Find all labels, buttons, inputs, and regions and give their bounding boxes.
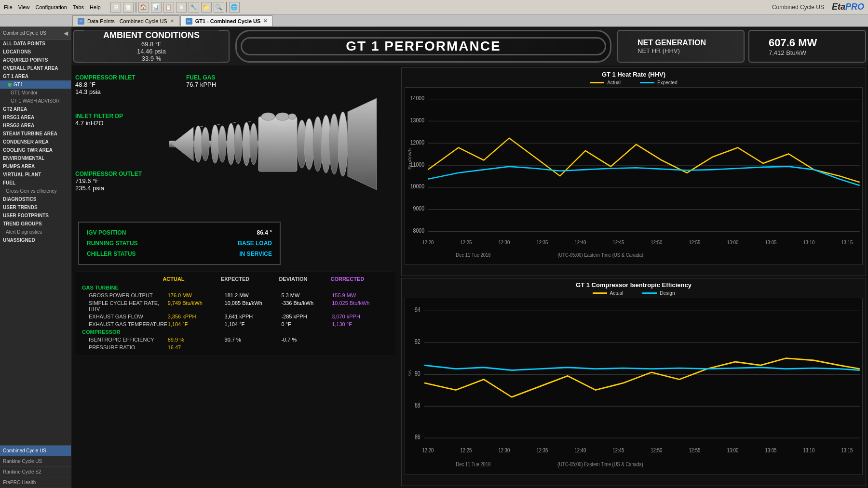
svg-text:12:45: 12:45 (613, 239, 624, 245)
sidebar-item-alerts[interactable]: Alert Diagnostics (0, 228, 71, 236)
sidebar-item-diagnostics-label: DIAGNOSTICS (3, 197, 36, 202)
legend-expected-line (640, 82, 654, 83)
menu-help[interactable]: Help (90, 4, 101, 10)
th-name (82, 276, 163, 282)
sidebar-item-trendgroups[interactable]: TREND GROUPS (0, 220, 71, 228)
svg-text:13:15: 13:15 (841, 239, 853, 245)
sidebar-item-cooling[interactable]: COOLING TWR AREA (0, 146, 71, 154)
td-pressure-ratio-name: PRESSURE RATIO (89, 344, 168, 350)
sidebar-item-all-data-points-label: ALL DATA POINTS (3, 41, 45, 46)
running-value: BASE LOAD (238, 240, 272, 247)
svg-text:12:25: 12:25 (461, 239, 472, 245)
tb-icon-2[interactable]: ▦ (123, 2, 134, 13)
sidebar-item-gt1-label: GT1 (14, 82, 23, 87)
sidebar-item-gt1area[interactable]: GT 1 AREA (0, 72, 71, 80)
sidebar-item-environmental[interactable]: ENVIRONMENTAL (0, 154, 71, 162)
svg-point-19 (338, 112, 348, 176)
svg-point-9 (250, 123, 258, 165)
data-table: ACTUAL EXPECTED DEVIATION CORRECTED GAS … (75, 272, 395, 355)
sidebar-item-gt2area[interactable]: GT2 AREA (0, 105, 71, 113)
svg-text:90: 90 (415, 369, 420, 377)
sidebar-item-pumps[interactable]: PUMPS AREA (0, 162, 71, 171)
svg-text:92: 92 (415, 337, 420, 345)
tb-icon-9[interactable]: 🔍 (214, 2, 224, 13)
th-expected: EXPECTED (221, 276, 279, 282)
sidebar-item-locations-label: LOCATIONS (3, 49, 31, 54)
td-isentropic-name: ISENTROPIC EFFICIENCY (89, 337, 168, 343)
svg-line-23 (231, 122, 236, 123)
tb-icon-1[interactable]: ⊞ (110, 2, 121, 13)
svg-point-7 (234, 124, 242, 164)
tb-icon-5[interactable]: 📋 (163, 2, 174, 13)
svg-text:13:05: 13:05 (765, 447, 777, 453)
svg-text:12:35: 12:35 (537, 447, 548, 453)
sidebar-item-gt1wash[interactable]: GT 1 WASH ADVISOR (0, 97, 71, 105)
table-row-pressure-ratio: PRESSURE RATIO 16.47 (79, 343, 392, 351)
th-actual: ACTUAL (163, 276, 221, 282)
igv-value: 86.4 ° (257, 229, 272, 236)
svg-text:94: 94 (415, 305, 420, 314)
sidebar-bottom-ccus[interactable]: Combined Cycle US (0, 446, 71, 456)
svg-text:13:05: 13:05 (765, 239, 777, 245)
sidebar-item-hrsg1[interactable]: HRSG1 AREA (0, 113, 71, 121)
sidebar-item-gt1[interactable]: GT1 (0, 80, 71, 89)
tb-icon-10[interactable]: 🌐 (229, 2, 240, 13)
menu-file[interactable]: File (4, 4, 13, 10)
sidebar-item-virtual[interactable]: VIRTUAL PLANT (0, 171, 71, 179)
td-pressure-ratio-expected (225, 344, 282, 350)
svg-text:9000: 9000 (413, 205, 425, 212)
sidebar-item-usertrends[interactable]: USER TRENDS (0, 203, 71, 211)
isentropic-legend: Actual Design (405, 290, 863, 296)
th-deviation: DEVIATION (279, 276, 330, 282)
tab-gt1[interactable]: G GT1 - Combined Cycle US ✕ (180, 15, 273, 26)
sidebar-item-condenser[interactable]: CONDENSER AREA (0, 138, 71, 146)
tab-gt1-close[interactable]: ✕ (263, 18, 267, 24)
turbine-svg (164, 84, 381, 204)
sidebar-item-locations[interactable]: LOCATIONS (0, 48, 71, 56)
netgen-sublabel: NET HR (HHV) (628, 47, 734, 54)
sidebar-item-steam-label: STEAM TURBINE AREA (3, 131, 57, 136)
td-heat-rate-deviation: -336 Btu/kWh (281, 300, 332, 312)
sidebar-bottom-rankine[interactable]: Rankine Cycle US (0, 456, 71, 467)
iso-legend-actual-label: Actual (610, 290, 624, 296)
svg-text:(UTC-05:00) Eastern Time (US &: (UTC-05:00) Eastern Time (US & Canada) (557, 251, 643, 258)
table-row-exhaust-temp: EXHAUST GAS TEMPERATURE 1,104 °F 1,104 °… (79, 320, 392, 328)
sidebar-item-fuel[interactable]: FUEL (0, 179, 71, 187)
sidebar-item-gt1wash-label: GT 1 WASH ADVISOR (11, 98, 60, 104)
menu-config[interactable]: Configuration (35, 4, 67, 10)
sidebar-item-usertrends-label: USER TRENDS (3, 205, 38, 210)
svg-text:13:15: 13:15 (841, 447, 853, 453)
sidebar-item-overall[interactable]: OVERALL PLANT AREA (0, 64, 71, 72)
sidebar-item-all-data-points[interactable]: ALL DATA POINTS (0, 40, 71, 48)
sidebar-item-diagnostics[interactable]: DIAGNOSTICS (0, 195, 71, 203)
tb-icon-4[interactable]: 📊 (151, 2, 162, 13)
svg-point-11 (261, 113, 275, 120)
svg-text:12:20: 12:20 (422, 239, 434, 245)
sidebar-bottom-etapro[interactable]: EtaPRO Health (0, 477, 71, 488)
heat-rate-chart: GT 1 Heat Rate (HHV) Actual Expected (401, 67, 866, 276)
sidebar-item-cooling-label: COOLING TWR AREA (3, 147, 53, 153)
toolbar-icons: ⊞ ▦ 🏠 📊 📋 🖥 🔧 📁 🔍 🌐 (110, 2, 240, 13)
tab-datapoints-close[interactable]: ✕ (170, 18, 174, 24)
menu-view[interactable]: View (18, 4, 30, 10)
tb-icon-3[interactable]: 🏠 (138, 2, 149, 13)
chiller-row: CHILLER STATUS IN SERVICE (87, 249, 272, 259)
tb-icon-8[interactable]: 📁 (201, 2, 212, 13)
tb-icon-7[interactable]: 🔧 (189, 2, 199, 13)
sidebar-item-footprints[interactable]: USER FOOTPRINTS (0, 211, 71, 220)
tab-datapoints[interactable]: D Data Points - Combined Cycle US ✕ (72, 15, 179, 26)
sidebar-collapse-icon[interactable]: ◀ (64, 30, 68, 37)
sidebar-item-acquired[interactable]: ACQUIRED POINTS (0, 56, 71, 64)
sidebar-item-steam[interactable]: STEAM TURBINE AREA (0, 130, 71, 138)
sidebar-bottom-rankines2[interactable]: Rankine Cycle S2 (0, 467, 71, 477)
td-isentropic-actual: 89.9 % (168, 337, 225, 343)
td-pressure-ratio-corrected (332, 344, 389, 350)
sidebar-item-grossgen[interactable]: Gross Gen vs efficiency (0, 187, 71, 195)
sidebar-item-unassigned[interactable]: UNASSIGNED (0, 236, 71, 244)
sidebar-item-hrsg2[interactable]: HRSG2 AREA (0, 121, 71, 130)
menu-tabs[interactable]: Tabs (73, 4, 84, 10)
td-exhaust-flow-deviation: -285 kPPH (281, 314, 332, 319)
tb-icon-6[interactable]: 🖥 (176, 2, 187, 13)
inlet-filter-value: 4.7 inH2O (75, 119, 172, 127)
sidebar-item-gt1monitor[interactable]: GT1 Monitor (0, 89, 71, 97)
